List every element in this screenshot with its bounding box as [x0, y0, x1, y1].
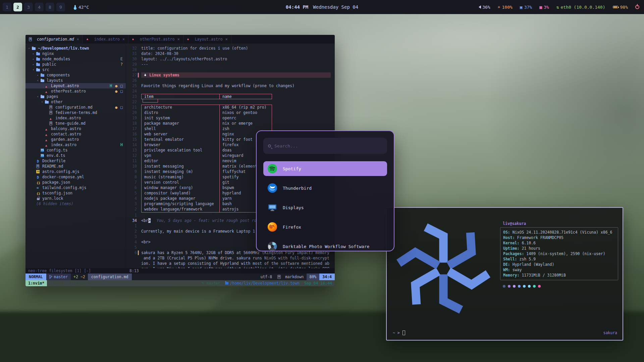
cursor-position: 34:4 [319, 274, 335, 280]
firefox-icon [267, 222, 277, 232]
tab-index.astro[interactable]: index.astro× [83, 35, 128, 44]
launcher-item-spotify[interactable]: Spotify [263, 161, 387, 176]
status-bar: 123489 42°C 04:44 PM Wednesday Sep 04 36… [0, 0, 644, 14]
workspace-4[interactable]: 4 [35, 3, 44, 11]
table-cell-item: terminal emulator [142, 137, 220, 142]
tree-item-layouts[interactable]: ▾layouts [25, 78, 126, 83]
markdown-icon [277, 275, 282, 279]
tab-otherPost.astro[interactable]: otherPost.astro× [128, 35, 183, 44]
tree-item-public[interactable]: ▸public? [25, 62, 126, 67]
tree-item-README.md[interactable]: README.md [25, 164, 126, 169]
table-cell-name: nixos or gentoo [220, 110, 272, 116]
brightness-indicator[interactable]: ☀ 100% [498, 5, 513, 10]
tree-item-label: tone-guide.md [55, 121, 86, 126]
launcher-item-thunderbird[interactable]: Thunderbird [263, 181, 387, 195]
tree-item-label: configuration.md [55, 105, 93, 110]
tree-item-astro.config.mjs[interactable]: astro.config.mjs [25, 169, 126, 174]
tab-Layout.astro[interactable]: Layout.astro× [183, 35, 231, 44]
tree-item-tailwind.config.mjs[interactable]: tailwind.config.mjs [25, 185, 126, 190]
tree-item-contact.astro[interactable]: contact.astro [25, 131, 126, 137]
table-cell-item: instant messaging [142, 164, 220, 169]
disk-indicator[interactable]: ▣ 37% [520, 5, 532, 10]
markdown-heading: Linux systems [141, 72, 331, 78]
table-cell-item: editor [142, 159, 220, 164]
tree-item-configuration.md[interactable]: configuration.md● □ [25, 105, 126, 110]
table-header-row: itemname [141, 94, 272, 99]
workspace-1[interactable]: 1 [3, 3, 11, 11]
system-info-line: OS: NixOS 24.11.20240828.71e91c4 (Vicuna… [503, 230, 615, 235]
editor-line: 32title: configuration for devices i use… [126, 46, 335, 51]
line-number: 3 [126, 234, 137, 239]
folder-open-icon [45, 100, 50, 104]
tmux-datetime: Sep 04 16:44 [304, 280, 332, 286]
tree-item-pages[interactable]: ▾pages [25, 94, 126, 99]
folder-open-icon [36, 68, 41, 72]
table-cell-item: web server [142, 132, 220, 137]
workspace-9[interactable]: 9 [56, 3, 65, 11]
cpu-indicator[interactable]: ▦ 3% [539, 5, 549, 10]
launcher-item-displays[interactable]: Displays [263, 200, 387, 215]
tree-item-components[interactable]: ▸components [25, 72, 126, 78]
tree-item-fediverse-terms.md[interactable]: fediverse-terms.md [25, 110, 126, 115]
chevron-down-icon: ▾ [33, 67, 36, 72]
tree-item-package.json[interactable]: package.json [25, 180, 126, 185]
tree-item-otherPost.astro[interactable]: otherPost.astro● □ [25, 88, 126, 94]
tree-item-balcony.astro[interactable]: balcony.astro [25, 126, 126, 131]
gutter-sign [137, 245, 141, 250]
tree-item-env.d.ts[interactable]: env.d.ts [25, 153, 126, 158]
battery-indicator[interactable]: 98% [613, 5, 628, 10]
tree-item-Layout.astro[interactable]: Layout.astroH ● □ [25, 83, 126, 88]
search-input[interactable] [274, 143, 382, 148]
launcher-search[interactable] [263, 138, 387, 154]
tree-item-label: env.d.ts [47, 153, 65, 158]
line-number: 24 [126, 88, 137, 94]
info-value: 6.10.6 [522, 241, 536, 245]
network-indicator[interactable]: ⇅ eth0 (10.0.0.140) [556, 5, 605, 10]
info-label: Uptime: [503, 246, 519, 251]
tree-item-Dockerfile[interactable]: Dockerfile [25, 158, 126, 164]
tmux-window-1:nvim*[interactable]: 1:nvim* [25, 280, 47, 286]
tree-item-garden.astro[interactable]: garden.astro [25, 137, 126, 142]
tab-close-icon[interactable]: × [225, 37, 228, 42]
launcher-item-darktable-photo-workflow-software[interactable]: Darktable Photo Workflow Software [263, 239, 387, 251]
launcher-item-label: Spotify [283, 166, 301, 171]
shell-prompt[interactable]: ~ > [393, 330, 405, 335]
launcher-item-firefox[interactable]: Firefox [263, 220, 387, 234]
table-cell-item: version control [142, 180, 220, 185]
tree-item-config.ts[interactable]: config.ts [25, 147, 126, 153]
chevron-down-icon: ▾ [37, 78, 41, 83]
color-palette [503, 285, 618, 288]
tree-item-6hiddenitems[interactable]: (6 hidden items) [25, 201, 126, 206]
tab-configuration.md[interactable]: configuration.md× [25, 35, 83, 44]
workspace-8[interactable]: 8 [46, 3, 54, 11]
tree-item-other[interactable]: ▾other [25, 99, 126, 105]
power-button[interactable] [635, 5, 639, 9]
gutter-sign [137, 88, 141, 94]
tree-item-nginx[interactable]: ▸nginx [25, 51, 126, 56]
volume-indicator[interactable]: 36% [477, 5, 490, 10]
tab-close-icon[interactable]: × [177, 37, 180, 42]
workspace-3[interactable]: 3 [24, 3, 33, 11]
tree-item-node_modules[interactable]: ▸node_modulesE [25, 56, 126, 62]
tree-item-docker-compose.yml[interactable]: docker-compose.yml [25, 174, 126, 180]
clock[interactable]: 04:44 PM Wednesday Sep 04 [286, 4, 358, 10]
diff-modified: ~2 [80, 275, 85, 279]
tree-root[interactable]: ▾ ~/Development/liv.town [25, 46, 126, 51]
tab-close-icon[interactable]: × [77, 37, 79, 42]
tree-item-index.astro[interactable]: index.astroH [25, 142, 126, 147]
tree-item-label: components [47, 72, 70, 78]
tree-item-tsconfig.json[interactable]: tsconfig.json [25, 190, 126, 196]
tree-item-index.astro[interactable]: index.astro [25, 115, 126, 121]
line-text: ion. I have a setup consisting of Hyprla… [141, 261, 329, 266]
volume-value: 36% [482, 5, 490, 10]
tree-item-yarn.lock[interactable]: yarn.lock [25, 196, 126, 201]
system-info-line: Packages: 1409 (nix-system), 2590 (nix-u… [503, 251, 615, 256]
tmux-window-3:lazygit[interactable]: 3:lazygit [66, 280, 93, 286]
workspace-2[interactable]: 2 [13, 3, 22, 11]
tab-close-icon[interactable]: × [122, 37, 125, 42]
tree-item-src[interactable]: ▾src [25, 67, 126, 72]
tree-item-tone-guide.md[interactable]: tone-guide.md [25, 121, 126, 126]
tmux-window-2:node[interactable]: 2:node [47, 280, 66, 286]
table-separator [141, 99, 272, 105]
git-status-badges: E [120, 56, 126, 62]
